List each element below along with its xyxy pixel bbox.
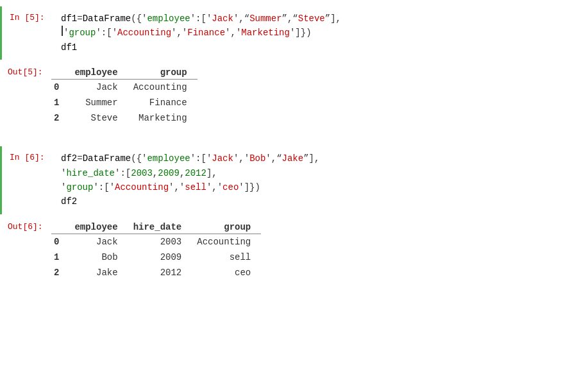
code-part-punct: ' [61, 166, 66, 180]
code-part-punct: , [180, 166, 185, 180]
output-table-1: employeehire_dategroup0Jack2003Accountin… [51, 221, 261, 280]
code-part-punct: ',' [225, 26, 241, 40]
code-part-str-val: Marketing [241, 26, 290, 40]
code-part-punct: ”], [303, 151, 319, 166]
table-cell-0-1-2: Finance [128, 95, 197, 110]
code-part-str-key: group [66, 180, 93, 194]
code-line-1-3: df2 [61, 194, 580, 209]
input-label-1: In [6]: [2, 146, 53, 214]
code-part-punct: ':[' [190, 12, 212, 26]
code-part-punct: ({' [131, 151, 147, 166]
output-content-1: employeehire_dategroup0Jack2003Accountin… [51, 216, 269, 288]
table-cell-0-1-0: 1 [51, 95, 69, 110]
code-part-str-val: Jake [282, 151, 304, 166]
code-part-str-val: Steve [298, 12, 325, 26]
code-part-df-var: df2 [61, 194, 77, 209]
table-cell-0-0-0: 0 [51, 80, 69, 96]
table-cell-1-0-1: Jack [69, 234, 128, 250]
code-part-str-val: Accounting [115, 180, 169, 194]
code-part-punct: ' [61, 180, 66, 194]
code-part-punct: = [77, 151, 82, 166]
table-row: 1SummerFinance [51, 95, 197, 110]
code-part-punct: = [77, 12, 82, 26]
table-cell-0-0-1: Jack [69, 80, 128, 96]
table-cell-1-1-2: 2009 [128, 250, 192, 265]
table-row: 1Bob2009sell [51, 250, 261, 265]
code-part-str-val: Finance [187, 26, 225, 40]
code-part-df-var: df1 [61, 40, 77, 55]
output-label-0: Out[5]: [0, 61, 51, 133]
code-line-1-2: 'group':['Accounting','sell','ceo']}) [61, 180, 580, 194]
table-row: 0JackAccounting [51, 80, 197, 96]
code-part-punct: ”,“ [282, 12, 298, 26]
table-header-1-3: group [192, 221, 261, 234]
table-cell-0-2-0: 2 [51, 110, 69, 126]
table-header-0-0 [51, 66, 69, 80]
code-part-punct: ',' [206, 180, 223, 194]
input-cell-1: In [6]:df2 = DataFrame({'employee':['Jac… [0, 146, 588, 214]
output-table-0: employeegroup0JackAccounting1SummerFinan… [51, 66, 197, 126]
code-line-0-1: 'group':['Accounting','Finance','Marketi… [61, 26, 580, 40]
code-part-str-key: group [69, 26, 96, 40]
code-part-fn: DataFrame [83, 12, 131, 26]
code-line-0-2: df1 [61, 40, 580, 55]
cell-group-1: In [6]:df2 = DataFrame({'employee':['Jac… [0, 146, 588, 288]
input-cell-0: In [5]:df1 = DataFrame({'employee':['Jac… [0, 6, 588, 60]
code-part-punct: ':[' [93, 180, 115, 194]
code-part-str-val: Jack [212, 151, 233, 166]
code-part-str-val: sell [185, 180, 206, 194]
table-header-0-2: group [128, 66, 197, 80]
text-cursor [62, 26, 63, 36]
code-part-punct: ',' [171, 26, 187, 40]
table-cell-1-1-0: 1 [51, 250, 69, 265]
table-cell-1-1-3: sell [192, 250, 261, 265]
code-part-punct: ',' [233, 151, 249, 166]
code-part-str-val: Jack [212, 12, 233, 26]
code-part-punct: ({' [131, 12, 147, 26]
output-cell-1: Out[6]:employeehire_dategroup0Jack2003Ac… [0, 216, 588, 288]
code-part-punct: ']}) [290, 26, 312, 40]
table-header-1-1: employee [69, 221, 128, 234]
table-cell-0-1-1: Summer [69, 95, 128, 110]
table-cell-1-2-2: 2012 [128, 265, 192, 280]
code-part-str-key: hire_date [66, 166, 115, 180]
table-header-1-0 [51, 221, 69, 234]
code-part-fn: DataFrame [83, 151, 131, 166]
table-cell-1-0-0: 0 [51, 234, 69, 250]
code-part-num: 2009 [158, 166, 180, 180]
table-cell-1-0-3: Accounting [192, 234, 261, 250]
code-part-punct: ',“ [265, 151, 281, 166]
table-row: 2SteveMarketing [51, 110, 197, 126]
code-line-1-1: 'hire_date':[2003, 2009, 2012], [61, 166, 580, 180]
cell-group-0: In [5]:df1 = DataFrame({'employee':['Jac… [0, 6, 588, 133]
code-part-num: 2003 [131, 166, 153, 180]
code-part-str-val: Summer [249, 12, 281, 26]
notebook: In [5]:df1 = DataFrame({'employee':['Jac… [0, 0, 588, 307]
code-part-var: df1 [61, 12, 77, 26]
code-part-punct: ':[' [190, 151, 212, 166]
table-header-0-1: employee [69, 66, 128, 80]
table-cell-1-0-2: 2003 [128, 234, 192, 250]
table-row: 2Jake2012ceo [51, 265, 261, 280]
code-line-1-0: df2 = DataFrame({'employee':['Jack','Bob… [61, 151, 580, 166]
table-cell-0-2-2: Marketing [128, 110, 197, 126]
code-part-punct: ',“ [233, 12, 249, 26]
table-header-1-2: hire_date [128, 221, 192, 234]
code-part-punct: ']}) [239, 180, 260, 194]
code-part-str-key: employee [147, 12, 190, 26]
code-line-0-0: df1 = DataFrame({'employee':['Jack',“Sum… [61, 12, 580, 26]
code-part-punct: ' [63, 26, 69, 40]
code-part-str-val: Bob [249, 151, 265, 166]
table-cell-1-2-0: 2 [51, 265, 69, 280]
table-cell-1-2-3: ceo [192, 265, 261, 280]
input-label-0: In [5]: [2, 6, 53, 60]
code-part-punct: , [153, 166, 158, 180]
code-part-str-key: employee [147, 151, 190, 166]
code-block-1[interactable]: df2 = DataFrame({'employee':['Jack','Bob… [53, 146, 588, 214]
output-label-1: Out[6]: [0, 216, 51, 288]
table-cell-1-1-1: Bob [69, 250, 128, 265]
code-part-punct: ':[ [115, 166, 131, 180]
table-cell-0-2-1: Steve [69, 110, 128, 126]
table-cell-0-0-2: Accounting [128, 80, 197, 96]
code-block-0[interactable]: df1 = DataFrame({'employee':['Jack',“Sum… [53, 6, 588, 60]
